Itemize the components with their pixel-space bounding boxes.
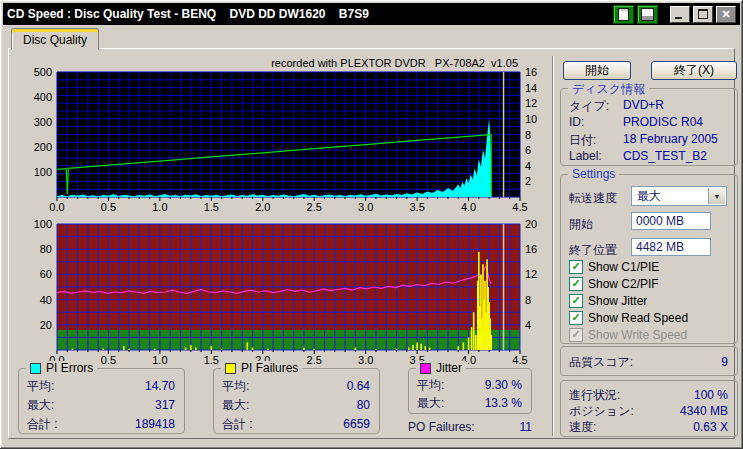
svg-text:40: 40 [40,294,52,306]
svg-text:60: 60 [40,268,52,280]
max-value: 13.3 % [485,396,522,410]
max-label: 最大: [27,397,54,414]
start-position-input[interactable] [631,212,711,230]
quality-score-label: 品質スコア: [569,354,633,371]
max-value: 80 [357,398,370,412]
po-failures-label: PO Failures: [408,420,475,434]
svg-text:10: 10 [525,113,537,125]
position-value: 4340 MB [680,404,728,418]
checkbox-box[interactable]: ✓ [569,260,583,274]
avg-label: 平均: [27,378,54,395]
check-icon: ✓ [571,312,580,323]
checkbox-label: Show Write Speed [588,328,687,342]
checkbox-show-read-speed[interactable]: ✓Show Read Speed [569,310,688,325]
avg-value: 14.70 [145,379,175,393]
pi-errors-panel: PI Errors 平均:14.70 最大:317 合計 :189418 [18,368,185,434]
jitter-title: Jitter [436,361,462,375]
checkbox-show-c1-pie[interactable]: ✓Show C1/PIE [569,259,659,274]
svg-text:0.5: 0.5 [101,201,116,213]
minimize-button[interactable] [670,6,690,23]
titlebar-actions: ✕ [613,5,736,24]
po-failures-value: 11 [520,420,532,434]
svg-text:20: 20 [525,218,537,230]
start-position-label: 開始 [569,216,633,232]
checkbox-box[interactable]: ✓ [569,311,583,325]
window-title: CD Speed : Disc Quality Test - BENQ DVD … [7,7,369,21]
progress-label: 進行状況: [569,387,620,404]
svg-text:1.5: 1.5 [204,354,219,366]
settings-group: Settings 転送速度 最大 ▼ 開始 終了位置 ✓Show C1/PIE … [560,174,738,344]
svg-text:3.5: 3.5 [409,201,424,213]
checkbox-show-c2-pif[interactable]: ✓Show C2/PIF [569,276,659,291]
svg-text:1.0: 1.0 [152,201,167,213]
check-icon: ✓ [571,329,580,340]
end-position-input[interactable] [631,238,711,256]
chevron-down-icon[interactable]: ▼ [708,188,725,204]
jitter-panel: Jitter 平均:9.30 % 最大:13.3 % [408,368,532,414]
svg-text:2.0: 2.0 [255,201,270,213]
exit-button-label: 終了(X) [674,62,714,79]
svg-text:80: 80 [40,243,52,255]
total-value: 6659 [343,417,370,431]
safe-zone [57,330,520,350]
checkbox-box[interactable]: ✓ [569,277,583,291]
pi-errors-color-swatch [30,363,41,374]
svg-text:2.5: 2.5 [307,354,322,366]
quality-score-group: 品質スコア:9 [560,346,738,376]
svg-text:4.5: 4.5 [512,201,527,213]
progress-value: 100 % [694,388,728,402]
end-position-label: 終了位置 [569,242,633,258]
svg-text:4: 4 [525,319,531,331]
svg-text:6: 6 [525,144,531,156]
svg-text:16: 16 [525,243,537,255]
checkbox-show-jitter[interactable]: ✓Show Jitter [569,293,647,308]
svg-text:0.5: 0.5 [101,354,116,366]
svg-text:500: 500 [34,66,52,78]
jitter-color-swatch [420,363,431,374]
floppy-icon [641,8,654,21]
tab-label: Disc Quality [23,33,87,47]
pi-failures-color-swatch [225,363,236,374]
copy-report-icon[interactable] [613,5,634,24]
avg-value: 9.30 % [485,378,522,392]
disc-label-label: Label: [569,149,623,165]
disc-label-value: CDS_TEST_B2 [623,149,707,165]
save-icon[interactable] [637,5,658,24]
start-button[interactable]: 開始 [563,61,631,80]
po-failures-row: PO Failures: 11 [408,420,532,434]
maximize-icon [698,9,708,19]
avg-label: 平均: [417,377,444,394]
svg-text:1.5: 1.5 [204,201,219,213]
speed-value: 0.63 X [693,420,728,434]
jitter-legend: Jitter [416,361,466,375]
transfer-speed-value: 最大 [637,188,661,205]
close-icon: ✕ [721,8,730,21]
maximize-button[interactable] [693,6,713,23]
svg-text:200: 200 [34,141,52,153]
close-button[interactable]: ✕ [716,6,736,23]
svg-text:8: 8 [525,294,531,306]
disc-type-value: DVD+R [623,98,664,114]
svg-text:16: 16 [525,66,537,78]
pi-failures-jitter-chart: 10080604020201612840.00.51.01.52.02.53.0… [16,216,556,368]
svg-text:20: 20 [40,319,52,331]
app-window: CD Speed : Disc Quality Test - BENQ DVD … [0,0,743,449]
pi-failures-legend: PI Failures [221,361,302,375]
titlebar: CD Speed : Disc Quality Test - BENQ DVD … [3,3,740,25]
tab-disc-quality[interactable]: Disc Quality [11,28,99,50]
svg-text:8: 8 [525,129,531,141]
svg-text:1.0: 1.0 [152,354,167,366]
transfer-speed-label: 転送速度 [569,190,633,206]
checkbox-label: Show Jitter [588,294,647,308]
checkbox-box[interactable]: ✓ [569,294,583,308]
check-icon: ✓ [571,295,580,306]
svg-text:100: 100 [34,166,52,178]
transfer-speed-select[interactable]: 最大 ▼ [631,186,727,206]
exit-button[interactable]: 終了(X) [651,61,737,80]
checkbox-label: Show C2/PIF [588,277,659,291]
disc-info-group: ディスク情報 タイプ:DVD+R ID:PRODISC R04 日付:18 Fe… [560,88,738,166]
svg-text:12: 12 [525,268,537,280]
speed-label: 速度: [569,419,596,436]
svg-text:300: 300 [34,116,52,128]
pi-failures-title: PI Failures [241,361,298,375]
